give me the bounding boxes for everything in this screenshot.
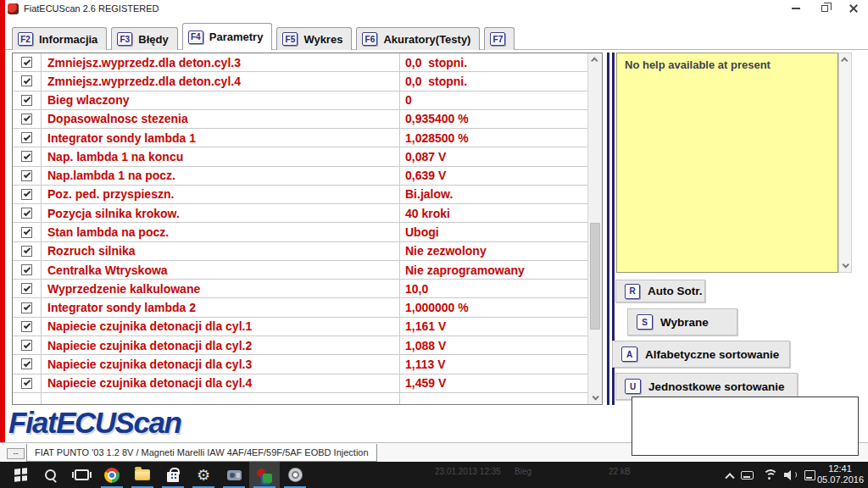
restore-button[interactable]	[810, 0, 839, 17]
parameter-name: Napiecie czujnika detonacji dla cyl.4	[41, 376, 398, 390]
table-scrollbar[interactable]	[587, 53, 602, 404]
parameter-name: Centralka Wtryskowa	[41, 263, 398, 277]
empty-popup-box	[632, 396, 859, 456]
table-scrollbar-thumb[interactable]	[590, 223, 600, 330]
parameter-checkbox[interactable]	[21, 114, 32, 125]
help-scroll-down-icon[interactable]	[839, 258, 851, 272]
clock-time: 12:41	[817, 463, 863, 474]
taskbar-settings-icon[interactable]: ⚙	[188, 462, 219, 488]
parameter-checkbox[interactable]	[21, 264, 32, 275]
parameter-checkbox[interactable]	[21, 246, 32, 257]
parameter-value: 0,087 V	[398, 150, 587, 164]
system-tray	[726, 462, 815, 488]
parameter-checkbox[interactable]	[21, 170, 32, 181]
checkbox-cell	[13, 321, 41, 332]
tab-informacjia[interactable]: F2 Informacjia	[12, 27, 107, 50]
parameter-checkbox[interactable]	[21, 189, 32, 200]
parameter-checkbox[interactable]	[21, 283, 32, 294]
parameter-name: Bieg wlaczony	[41, 93, 398, 107]
status-collapse-button[interactable]: --	[7, 448, 25, 459]
parameter-row[interactable]: Napiecie czujnika detonacji dla cyl.4 1,…	[13, 374, 587, 393]
parameter-checkbox[interactable]	[21, 227, 32, 238]
taskbar-chrome-icon[interactable]	[97, 462, 127, 488]
scroll-up-arrow-icon[interactable]	[588, 53, 602, 67]
taskbar-search-icon[interactable]	[36, 462, 66, 488]
scroll-down-arrow-icon[interactable]	[588, 391, 602, 404]
parameter-checkbox[interactable]	[21, 95, 32, 106]
parameter-row[interactable]: Napiecie czujnika detonacji dla cyl.2 1,…	[13, 336, 587, 355]
tab-fkey-badge: F7	[490, 32, 505, 46]
parameter-row[interactable]: Wyprzedzenie kalkulowane 10,0	[13, 280, 587, 298]
taskbar-task-view-icon[interactable]	[66, 462, 97, 488]
parameter-name: Wyprzedzenie kalkulowane	[41, 282, 398, 296]
sort-button-alfabetyczne-sortowanie[interactable]: A Alfabetyczne sortowanie	[612, 341, 790, 368]
volume-icon[interactable]	[784, 470, 797, 480]
parameter-row[interactable]: Centralka Wtryskowa Nie zaprogramowany	[13, 261, 587, 280]
tray-expand-icon[interactable]	[725, 473, 734, 482]
parameter-row[interactable]: Zmniejsz.wyprzedz.dla deton.cyl.4 0,0 st…	[13, 72, 587, 91]
parameter-row[interactable]: Napiecie czujnika detonacji dla cyl.3 1,…	[13, 355, 587, 374]
close-button[interactable]	[839, 0, 868, 17]
sort-button-wybrane[interactable]: S Wybrane	[627, 308, 737, 336]
taskbar-store-icon[interactable]	[158, 462, 188, 488]
parameter-checkbox[interactable]	[21, 321, 32, 332]
parameter-name: Zmniejsz.wyprzedz.dla deton.cyl.3	[41, 56, 398, 69]
parameter-row[interactable]: Integrator sondy lambda 1 1,028500 %	[13, 129, 587, 147]
parameter-checkbox[interactable]	[21, 340, 32, 351]
parameter-checkbox[interactable]	[21, 358, 32, 369]
taskbar-clock[interactable]: 12:41 05.07.2016	[817, 463, 863, 485]
parameter-checkbox[interactable]	[21, 151, 32, 162]
parameter-checkbox[interactable]	[21, 132, 32, 143]
taskbar-start-icon[interactable]	[5, 462, 36, 488]
tab-wykres[interactable]: F5 Wykres	[276, 27, 352, 50]
parameter-row[interactable]: Dopasowalnosc stezenia 0,935400 %	[13, 110, 587, 129]
tab-parametry[interactable]: F4 Parametry	[182, 23, 273, 50]
tab-b-dy[interactable]: F3 Błędy	[111, 27, 177, 50]
parameter-row[interactable]: Pozycja silnika krokow. 40 kroki	[13, 204, 587, 223]
parameter-row[interactable]: Rozruch silnika Nie zezwolony	[13, 242, 587, 261]
checkmark-icon	[23, 77, 30, 84]
help-scrollbar[interactable]	[838, 53, 852, 273]
settings-icon: ⚙	[197, 468, 210, 483]
parameter-checkbox[interactable]	[21, 378, 32, 389]
parameter-name: Napiecie czujnika detonacji dla cyl.2	[41, 339, 398, 352]
tab-f7[interactable]: F7	[484, 27, 515, 50]
desktop-background-strip	[0, 0, 5, 462]
taskbar-diagnostic-tool-icon[interactable]	[219, 462, 249, 488]
wifi-icon[interactable]	[761, 469, 776, 480]
parameter-row[interactable]: Nap. lambda 1 na koncu 0,087 V	[13, 147, 587, 166]
parameter-row[interactable]: Integrator sondy lambda 2 1,000000 %	[13, 298, 587, 317]
parameter-row[interactable]: Napiecie czujnika detonacji dla cyl.1 1,…	[13, 318, 587, 336]
parameter-checkbox[interactable]	[21, 208, 32, 219]
help-scroll-up-icon[interactable]	[839, 53, 851, 67]
parameter-row[interactable]: Zmniejsz.wyprzedz.dla deton.cyl.3 0,0 st…	[13, 53, 587, 72]
parameter-checkbox[interactable]	[21, 302, 32, 313]
parameter-name: Stan lambda na pocz.	[41, 225, 398, 239]
taskbar-file-explorer-icon[interactable]	[127, 462, 158, 488]
parameter-name: Integrator sondy lambda 2	[41, 301, 398, 314]
taskbar-disc-tool-icon[interactable]	[280, 462, 310, 488]
minimize-button[interactable]	[782, 0, 810, 17]
parameter-checkbox[interactable]	[21, 57, 32, 68]
screen: FiatECUScan 2.6 REGISTERED F2 Informacji…	[0, 0, 868, 488]
checkbox-cell	[13, 114, 41, 125]
button-key-badge: S	[637, 314, 653, 330]
parameter-value: Ubogi	[398, 225, 587, 239]
tab-akuratory-testy-[interactable]: F6 Akuratory(Testy)	[356, 27, 480, 50]
parameter-row[interactable]: Nap.lambda 1 na pocz. 0,639 V	[13, 167, 587, 186]
parameter-name: Pozycja silnika krokow.	[41, 207, 398, 220]
taskbar-fiatecuscan-icon[interactable]	[249, 462, 280, 488]
sort-button-auto-sotr-[interactable]: R Auto Sotr.	[615, 280, 705, 302]
parameter-row[interactable]: Stan lambda na pocz. Ubogi	[13, 223, 587, 241]
checkmark-icon	[23, 360, 30, 367]
parameter-name: Poz. ped. przyspieszn.	[41, 187, 398, 201]
parameter-name: Integrator sondy lambda 1	[41, 131, 398, 145]
parameter-row[interactable]: Bieg wlaczony 0	[13, 92, 587, 110]
keyboard-layout-icon[interactable]	[741, 471, 754, 480]
parameter-checkbox[interactable]	[21, 75, 32, 86]
button-label: Auto Sotr.	[648, 285, 703, 297]
action-center-icon[interactable]	[804, 470, 815, 480]
checkmark-icon	[23, 322, 30, 329]
parameter-row[interactable]: Poz. ped. przyspieszn. Bi.jalow.	[13, 186, 587, 204]
checkbox-cell	[13, 151, 41, 162]
